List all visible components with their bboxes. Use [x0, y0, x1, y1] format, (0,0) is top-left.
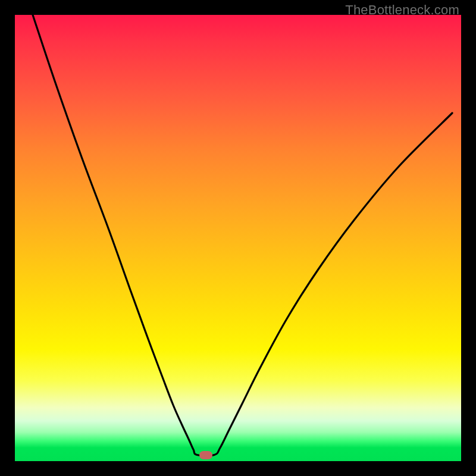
- bottleneck-curve: [15, 15, 461, 461]
- chart-frame: TheBottleneck.com: [0, 0, 476, 476]
- plot-area: [15, 15, 461, 461]
- optimal-marker: [199, 451, 212, 459]
